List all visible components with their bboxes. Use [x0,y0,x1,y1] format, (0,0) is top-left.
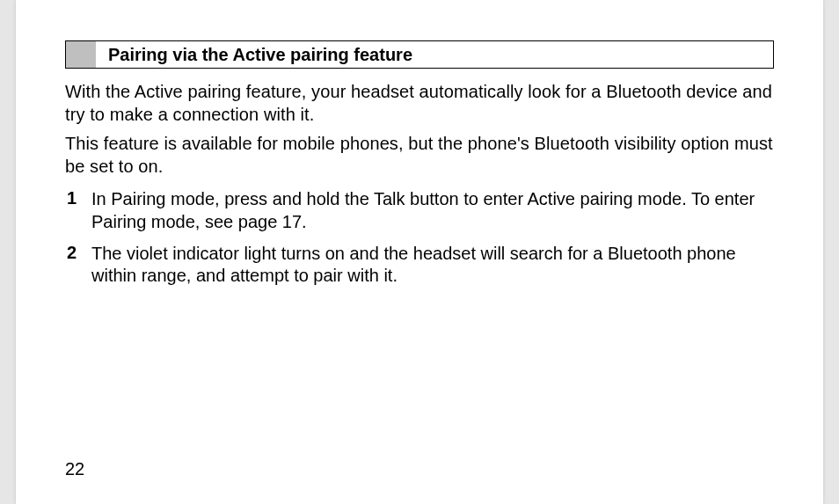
section-heading: Pairing via the Active pairing feature [96,41,412,68]
step-number: 2 [65,243,91,263]
page-number: 22 [65,459,84,479]
step-item: 1 In Pairing mode, press and hold the Ta… [65,188,774,233]
intro-paragraph-2: This feature is available for mobile pho… [65,133,774,178]
step-item: 2 The violet indicator light turns on an… [65,243,774,288]
manual-page: Pairing via the Active pairing feature W… [16,0,823,504]
step-list: 1 In Pairing mode, press and hold the Ta… [65,188,774,287]
heading-tab [66,41,96,68]
step-text: In Pairing mode, press and hold the Talk… [91,188,774,233]
step-number: 1 [65,188,91,208]
page-content: Pairing via the Active pairing feature W… [65,40,774,296]
intro-paragraph-1: With the Active pairing feature, your he… [65,81,774,126]
step-text: The violet indicator light turns on and … [91,243,774,288]
section-heading-bar: Pairing via the Active pairing feature [65,40,774,69]
